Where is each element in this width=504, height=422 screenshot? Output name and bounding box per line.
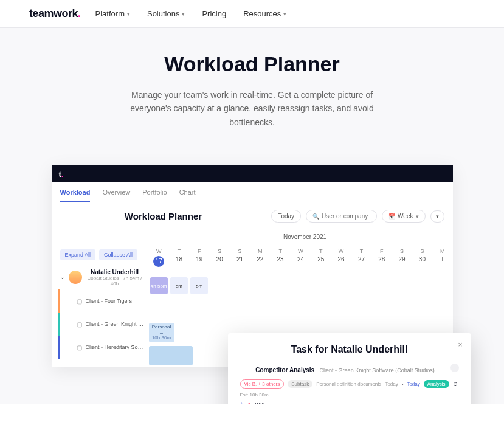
day-header[interactable]: M22 bbox=[250, 244, 270, 274]
week-selector[interactable]: 📅 Week ▾ bbox=[382, 210, 425, 223]
calendar-icon: 📅 bbox=[388, 213, 395, 220]
logo[interactable]: teamwork. bbox=[29, 7, 81, 20]
tab-workload[interactable]: Workload bbox=[60, 189, 91, 202]
subtask-chip: Subtask bbox=[288, 380, 312, 388]
day-header[interactable]: S20 bbox=[209, 244, 229, 274]
client-row-four-tigers[interactable]: ▢ Client - Four Tigers bbox=[58, 289, 149, 313]
day-header[interactable]: T25 bbox=[311, 244, 331, 274]
app-logo: t. bbox=[59, 170, 64, 179]
section-title: Competitor Analysis bbox=[255, 367, 314, 373]
person-name: Natalie Underhill bbox=[86, 269, 144, 275]
chevron-down-icon: ▾ bbox=[182, 11, 185, 17]
warning-icon: ● bbox=[248, 401, 251, 404]
day-header[interactable]: S29 bbox=[392, 244, 412, 274]
person-alloc-row: 4h 55m 5m 5m bbox=[149, 274, 453, 298]
nav-platform[interactable]: Platform▾ bbox=[95, 9, 130, 18]
top-nav: teamwork. Platform▾ Solutions▾ Pricing R… bbox=[0, 0, 504, 28]
tab-overview[interactable]: Overview bbox=[102, 189, 130, 202]
expand-all-button[interactable]: Expand All bbox=[60, 249, 96, 260]
folder-icon: ▢ bbox=[77, 321, 82, 328]
search-icon: 🔍 bbox=[312, 213, 319, 220]
hero: Workload Planner Manage your team's work… bbox=[0, 28, 504, 404]
app-tabs: Workload Overview Portfolio Chart bbox=[52, 182, 453, 202]
toolbar: Workload Planner Today 🔍 📅 Week ▾ ▾ bbox=[52, 202, 453, 230]
day-header[interactable]: W17 bbox=[149, 244, 169, 274]
tab-chart[interactable]: Chart bbox=[179, 189, 196, 202]
day-header[interactable]: F28 bbox=[371, 244, 392, 274]
day-header[interactable]: W24 bbox=[291, 244, 311, 274]
chevron-down-icon: ▾ bbox=[283, 11, 286, 17]
search-input[interactable] bbox=[322, 213, 370, 220]
folder-icon: ▢ bbox=[77, 298, 82, 305]
nav-pricing[interactable]: Pricing bbox=[202, 9, 226, 18]
person-sub: Cobalt Studios · 7h 54m / 40h bbox=[86, 275, 144, 286]
app-preview: t. Workload Overview Portfolio Chart Wor… bbox=[52, 165, 453, 367]
page-title: Workload Planner bbox=[0, 52, 504, 76]
clock-icon: ⏱ bbox=[453, 381, 458, 387]
alloc-cell[interactable]: 4h 55m bbox=[150, 277, 168, 294]
section-sub: Client - Green Knight Software (Cobalt S… bbox=[320, 367, 435, 373]
month-label: November 2021 bbox=[149, 230, 453, 244]
client-grid-row bbox=[149, 298, 453, 321]
planner-body: Expand All Collapse All ⌄ Natalie Underh… bbox=[52, 230, 453, 367]
app-title: Workload Planner bbox=[60, 211, 267, 221]
page-subtitle: Manage your team's work in real-time. Ge… bbox=[125, 88, 380, 129]
tag-chip[interactable]: Analysis bbox=[424, 380, 449, 388]
task-popup: × Task for Natalie Underhill Competitor … bbox=[228, 333, 471, 404]
filter-button[interactable]: ▾ bbox=[430, 210, 444, 223]
day-header[interactable]: T18 bbox=[169, 244, 189, 274]
close-button[interactable]: × bbox=[458, 341, 462, 349]
day-header[interactable]: W26 bbox=[331, 244, 351, 274]
subtask-icon: ↳ bbox=[240, 401, 244, 404]
logo-dot: . bbox=[78, 7, 81, 19]
left-column: Expand All Collapse All ⌄ Natalie Underh… bbox=[52, 230, 149, 367]
alloc-cell[interactable]: 5m bbox=[190, 277, 208, 294]
day-header[interactable]: T23 bbox=[270, 244, 290, 274]
assignee-chip[interactable]: Vic B. + 3 others bbox=[240, 379, 285, 389]
chevron-down-icon[interactable]: ⌄ bbox=[60, 274, 65, 280]
alloc-cell[interactable]: 5m bbox=[170, 277, 188, 294]
grid-header: W17T18F19S20S21M22T23W24T25W26T27F28S29S… bbox=[149, 244, 453, 274]
app-topbar: t. bbox=[52, 165, 453, 182]
collapse-all-button[interactable]: Collapse All bbox=[99, 249, 137, 260]
folder-icon: ▢ bbox=[77, 344, 82, 351]
logo-text: teamwork bbox=[29, 7, 78, 19]
day-header[interactable]: S21 bbox=[230, 244, 250, 274]
section-toggle[interactable]: – bbox=[450, 364, 459, 372]
nav-items: Platform▾ Solutions▾ Pricing Resources▾ bbox=[95, 9, 287, 18]
chevron-down-icon: ▾ bbox=[127, 11, 130, 17]
today-button[interactable]: Today bbox=[271, 210, 301, 223]
chevron-down-icon: ▾ bbox=[416, 213, 419, 220]
task-desc: Personal definition documents bbox=[316, 381, 381, 387]
tab-portfolio[interactable]: Portfolio bbox=[142, 189, 167, 202]
filter-icon: ▾ bbox=[436, 213, 439, 220]
search-input-wrap[interactable]: 🔍 bbox=[306, 210, 377, 223]
day-header[interactable]: F19 bbox=[189, 244, 209, 274]
client-row-hereditary[interactable]: ▢ Client - Hereditary Soft... bbox=[58, 336, 149, 359]
nav-solutions[interactable]: Solutions▾ bbox=[147, 9, 185, 18]
popup-title: Task for Natalie Underhill bbox=[240, 344, 459, 355]
day-header[interactable]: MT bbox=[432, 244, 452, 274]
day-header[interactable]: S30 bbox=[412, 244, 432, 274]
day-header[interactable]: T27 bbox=[351, 244, 371, 274]
expand-controls: Expand All Collapse All bbox=[52, 244, 149, 265]
progress-value: 10% bbox=[254, 401, 264, 404]
popup-section-competitor: Competitor Analysis Client - Green Knigh… bbox=[240, 364, 459, 404]
person-row[interactable]: ⌄ Natalie Underhill Cobalt Studios · 7h … bbox=[52, 265, 149, 289]
avatar bbox=[69, 271, 82, 284]
nav-resources[interactable]: Resources▾ bbox=[243, 9, 286, 18]
client-row-green-knight[interactable]: ▢ Client - Green Knight S... bbox=[58, 313, 149, 336]
